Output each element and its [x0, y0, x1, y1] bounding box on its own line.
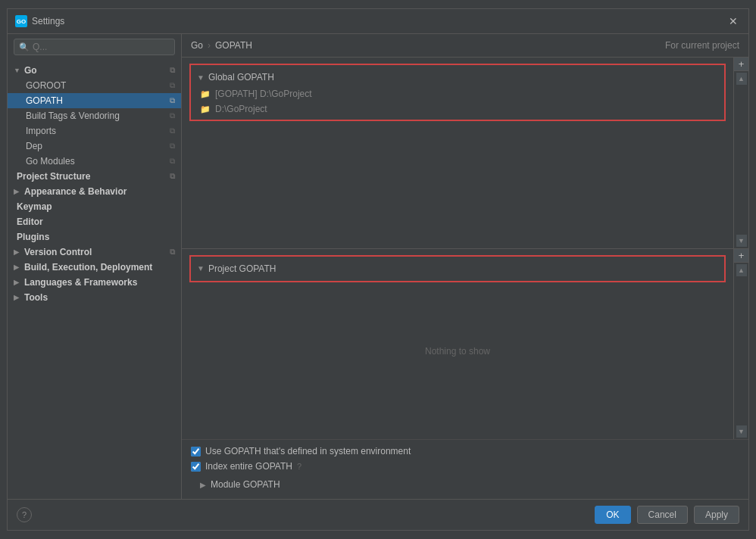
title-bar-left: GO Settings — [15, 15, 64, 27]
scroll-down-button[interactable]: ▼ — [736, 425, 747, 438]
cancel-button[interactable]: Cancel — [637, 506, 688, 524]
global-entry-path-1: D:\GoProject — [215, 104, 267, 114]
use-system-gopath-row: Use GOPATH that's defined in system envi… — [191, 446, 739, 456]
footer-right: OK Cancel Apply — [595, 506, 739, 524]
breadcrumb-current: GOPATH — [215, 40, 252, 51]
chevron-right-icon: ▶ — [14, 248, 21, 256]
scrollbar-track — [736, 276, 747, 426]
for-current-project-link[interactable]: For current project — [665, 40, 739, 51]
search-input[interactable] — [33, 42, 170, 52]
nothing-to-show-label: Nothing to show — [182, 285, 733, 417]
project-gopath-header: ▼ Project GOPATH — [191, 260, 724, 278]
global-add-button[interactable]: + — [734, 58, 749, 71]
sidebar-item-version-control[interactable]: ▶ Version Control ⧉ — [8, 245, 181, 260]
sidebar-item-languages[interactable]: ▶ Languages & Frameworks — [8, 275, 181, 290]
breadcrumb: Go › GOPATH For current project — [182, 34, 748, 58]
global-add-area: + ▲ ▼ — [733, 58, 748, 248]
chevron-down-icon: ▼ — [14, 67, 21, 74]
sidebar-item-build-exec[interactable]: ▶ Build, Execution, Deployment — [8, 260, 181, 275]
module-gopath-label: Module GOPATH — [211, 479, 280, 490]
global-gopath-entries: 📁 [GOPATH] D:\GoProject 📁 D:\GoProject — [191, 86, 724, 117]
global-entry-1: 📁 D:\GoProject — [191, 101, 724, 117]
chevron-down-icon: ▼ — [197, 264, 205, 273]
breadcrumb-root: Go — [191, 40, 203, 51]
bottom-options: Use GOPATH that's defined in system envi… — [182, 439, 748, 499]
ok-button[interactable]: OK — [595, 506, 630, 524]
sidebar-item-dep[interactable]: Dep ⧉ — [8, 139, 181, 154]
project-add-button[interactable]: + — [734, 249, 749, 263]
sidebar-item-editor[interactable]: Editor — [8, 214, 181, 229]
dialog-title: Settings — [32, 16, 64, 26]
copy-icon: ⧉ — [170, 126, 175, 136]
sidebar-item-project-structure[interactable]: Project Structure ⧉ — [8, 169, 181, 184]
index-gopath-label: Index entire GOPATH — [205, 461, 292, 472]
global-entry-path-0: [GOPATH] D:\GoProject — [215, 89, 312, 99]
sidebar-item-tools[interactable]: ▶ Tools — [8, 290, 181, 305]
search-icon: 🔍 — [19, 42, 30, 52]
app-icon: GO — [15, 15, 27, 27]
index-gopath-row: Index entire GOPATH ? — [191, 461, 739, 472]
scroll-up-button[interactable]: ▲ — [736, 264, 747, 276]
project-gopath-section: ▼ Project GOPATH Nothing to show + ▲ ▼ — [182, 249, 748, 440]
main-content: Go › GOPATH For current project ▼ Global… — [182, 34, 748, 499]
sidebar-item-build-tags[interactable]: Build Tags & Vendoring ⧉ — [8, 108, 181, 123]
title-bar: GO Settings ✕ — [8, 9, 748, 34]
global-gopath-box: ▼ Global GOPATH 📁 [GOPATH] D:\GoProject … — [189, 64, 726, 121]
sidebar-item-go[interactable]: ▼ Go ⧉ — [8, 63, 181, 78]
chevron-right-icon: ▶ — [200, 481, 206, 489]
chevron-right-icon: ▶ — [14, 188, 21, 195]
sidebar-tree: ▼ Go ⧉ GOROOT ⧉ GOPATH ⧉ Build Tags & Ve… — [8, 60, 181, 499]
copy-icon: ⧉ — [170, 111, 175, 120]
breadcrumb-separator: › — [208, 40, 211, 51]
use-system-gopath-label: Use GOPATH that's defined in system envi… — [205, 446, 411, 456]
help-icon[interactable]: ? — [297, 462, 301, 471]
content-panels: ▼ Global GOPATH 📁 [GOPATH] D:\GoProject … — [182, 58, 748, 439]
project-gopath-box: ▼ Project GOPATH — [189, 255, 726, 282]
project-scrollbar: ▲ ▼ — [736, 263, 747, 440]
dialog-body: 🔍 ▼ Go ⧉ GOROOT ⧉ GOPATH ⧉ — [8, 34, 748, 499]
sidebar-item-gopath[interactable]: GOPATH ⧉ — [8, 93, 181, 108]
folder-icon: 📁 — [200, 89, 211, 99]
index-gopath-checkbox[interactable] — [191, 462, 201, 472]
sidebar-item-appearance[interactable]: ▶ Appearance & Behavior — [8, 184, 181, 199]
project-gopath-title: Project GOPATH — [208, 263, 276, 274]
footer-left: ? — [17, 507, 32, 522]
module-gopath-row: ▶ Module GOPATH — [191, 476, 739, 493]
project-add-area: + ▲ ▼ — [733, 249, 748, 440]
close-button[interactable]: ✕ — [726, 14, 741, 29]
copy-icon: ⧉ — [170, 81, 175, 90]
settings-dialog: GO Settings ✕ 🔍 ▼ Go ⧉ GOROOT — [7, 8, 749, 531]
global-gopath-section: ▼ Global GOPATH 📁 [GOPATH] D:\GoProject … — [182, 58, 748, 249]
search-box[interactable]: 🔍 — [14, 39, 175, 55]
use-system-gopath-checkbox[interactable] — [191, 447, 201, 456]
sidebar-item-imports[interactable]: Imports ⧉ — [8, 123, 181, 139]
chevron-down-icon: ▼ — [197, 73, 205, 82]
sidebar-item-goroot[interactable]: GOROOT ⧉ — [8, 78, 181, 93]
chevron-right-icon: ▶ — [14, 263, 21, 271]
sidebar-item-keymap[interactable]: Keymap — [8, 199, 181, 214]
scroll-up-button[interactable]: ▲ — [736, 73, 747, 85]
scrollbar-track — [736, 85, 747, 235]
scroll-down-button[interactable]: ▼ — [736, 235, 747, 247]
chevron-right-icon: ▶ — [14, 279, 21, 286]
global-gopath-header: ▼ Global GOPATH — [191, 68, 724, 86]
global-list-content: ▼ Global GOPATH 📁 [GOPATH] D:\GoProject … — [182, 58, 733, 248]
sidebar-item-go-modules[interactable]: Go Modules ⧉ — [8, 154, 181, 169]
apply-button[interactable]: Apply — [694, 506, 739, 524]
copy-icon: ⧉ — [170, 96, 175, 105]
global-gopath-title: Global GOPATH — [208, 72, 274, 83]
chevron-right-icon: ▶ — [14, 294, 21, 301]
copy-icon: ⧉ — [170, 248, 175, 257]
sidebar: 🔍 ▼ Go ⧉ GOROOT ⧉ GOPATH ⧉ — [8, 34, 182, 499]
copy-icon: ⧉ — [170, 157, 175, 166]
footer: ? OK Cancel Apply — [8, 499, 748, 530]
sidebar-item-plugins[interactable]: Plugins — [8, 229, 181, 245]
project-list-content: ▼ Project GOPATH Nothing to show — [182, 249, 733, 440]
folder-icon: 📁 — [200, 104, 211, 114]
copy-icon: ⧉ — [170, 172, 175, 181]
global-entry-0: 📁 [GOPATH] D:\GoProject — [191, 86, 724, 101]
copy-icon: ⧉ — [170, 66, 175, 75]
global-scrollbar: ▲ ▼ — [736, 71, 747, 248]
copy-icon: ⧉ — [170, 142, 175, 151]
help-button[interactable]: ? — [17, 507, 32, 522]
